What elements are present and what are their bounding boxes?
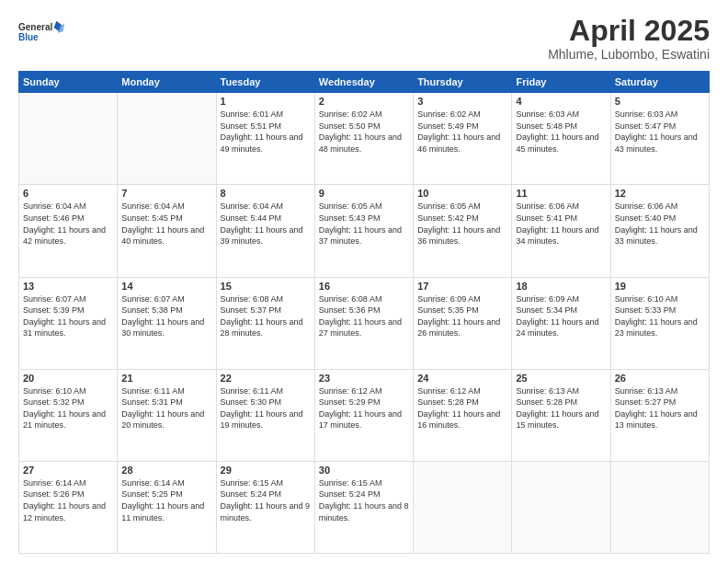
day-number: 9 [319,188,409,199]
calendar-cell: 10Sunrise: 6:05 AMSunset: 5:42 PMDayligh… [414,185,512,277]
weekday-header-wednesday: Wednesday [314,72,413,93]
day-number: 29 [221,465,311,476]
calendar-cell [512,461,610,553]
calendar-cell [610,461,709,553]
day-info: Sunrise: 6:06 AMSunset: 5:40 PMDaylight:… [615,201,705,247]
day-number: 1 [221,96,311,107]
day-info: Sunrise: 6:03 AMSunset: 5:48 PMDaylight:… [516,109,606,155]
calendar-cell: 27Sunrise: 6:14 AMSunset: 5:26 PMDayligh… [19,461,118,553]
day-number: 24 [417,373,507,384]
day-info: Sunrise: 6:02 AMSunset: 5:49 PMDaylight:… [417,109,507,155]
weekday-header-saturday: Saturday [610,72,709,93]
calendar-cell: 5Sunrise: 6:03 AMSunset: 5:47 PMDaylight… [610,93,709,185]
calendar-cell: 12Sunrise: 6:06 AMSunset: 5:40 PMDayligh… [610,185,709,277]
day-info: Sunrise: 6:15 AMSunset: 5:24 PMDaylight:… [319,477,409,523]
calendar-table: SundayMondayTuesdayWednesdayThursdayFrid… [18,71,710,554]
calendar-cell [414,461,512,553]
calendar-cell: 8Sunrise: 6:04 AMSunset: 5:44 PMDaylight… [216,185,314,277]
day-number: 5 [615,96,705,107]
calendar-cell: 18Sunrise: 6:09 AMSunset: 5:34 PMDayligh… [512,277,610,369]
calendar-cell: 13Sunrise: 6:07 AMSunset: 5:39 PMDayligh… [19,277,118,369]
day-number: 12 [615,188,705,199]
day-info: Sunrise: 6:04 AMSunset: 5:44 PMDaylight:… [221,201,311,247]
day-number: 25 [516,373,606,384]
day-number: 30 [319,465,409,476]
calendar-cell: 28Sunrise: 6:14 AMSunset: 5:25 PMDayligh… [118,461,216,553]
day-number: 17 [417,281,507,292]
day-info: Sunrise: 6:10 AMSunset: 5:33 PMDaylight:… [615,293,705,339]
day-info: Sunrise: 6:05 AMSunset: 5:43 PMDaylight:… [319,201,409,247]
day-info: Sunrise: 6:14 AMSunset: 5:25 PMDaylight:… [121,477,211,523]
weekday-header-tuesday: Tuesday [216,72,314,93]
weekday-header-thursday: Thursday [414,72,512,93]
calendar-cell: 15Sunrise: 6:08 AMSunset: 5:37 PMDayligh… [216,277,314,369]
calendar-cell: 9Sunrise: 6:05 AMSunset: 5:43 PMDaylight… [314,185,413,277]
calendar-cell: 1Sunrise: 6:01 AMSunset: 5:51 PMDaylight… [216,93,314,185]
day-number: 10 [417,188,507,199]
calendar-cell: 26Sunrise: 6:13 AMSunset: 5:27 PMDayligh… [610,369,709,461]
day-number: 22 [221,373,311,384]
day-info: Sunrise: 6:11 AMSunset: 5:30 PMDaylight:… [221,385,311,431]
calendar-cell: 7Sunrise: 6:04 AMSunset: 5:45 PMDaylight… [118,185,216,277]
day-number: 2 [319,96,409,107]
weekday-header-row: SundayMondayTuesdayWednesdayThursdayFrid… [19,72,710,93]
calendar-cell: 19Sunrise: 6:10 AMSunset: 5:33 PMDayligh… [610,277,709,369]
calendar-cell: 6Sunrise: 6:04 AMSunset: 5:46 PMDaylight… [19,185,118,277]
day-info: Sunrise: 6:12 AMSunset: 5:29 PMDaylight:… [319,385,409,431]
day-number: 4 [516,96,606,107]
calendar-cell: 24Sunrise: 6:12 AMSunset: 5:28 PMDayligh… [414,369,512,461]
calendar-cell: 20Sunrise: 6:10 AMSunset: 5:32 PMDayligh… [19,369,118,461]
day-number: 7 [121,188,211,199]
calendar-cell: 17Sunrise: 6:09 AMSunset: 5:35 PMDayligh… [414,277,512,369]
day-info: Sunrise: 6:09 AMSunset: 5:35 PMDaylight:… [417,293,507,339]
calendar-cell: 29Sunrise: 6:15 AMSunset: 5:24 PMDayligh… [216,461,314,553]
day-number: 16 [319,281,409,292]
day-info: Sunrise: 6:10 AMSunset: 5:32 PMDaylight:… [23,385,113,431]
day-info: Sunrise: 6:08 AMSunset: 5:37 PMDaylight:… [221,293,311,339]
day-number: 21 [121,373,211,384]
day-info: Sunrise: 6:04 AMSunset: 5:46 PMDaylight:… [23,201,113,247]
day-info: Sunrise: 6:09 AMSunset: 5:34 PMDaylight:… [516,293,606,339]
weekday-header-monday: Monday [118,72,216,93]
day-info: Sunrise: 6:15 AMSunset: 5:24 PMDaylight:… [221,477,311,523]
day-number: 28 [121,465,211,476]
day-number: 19 [615,281,705,292]
page: General Blue April 2025 Mhlume, Lubombo,… [0,0,728,563]
day-number: 13 [23,281,113,292]
weekday-header-sunday: Sunday [19,72,118,93]
day-info: Sunrise: 6:08 AMSunset: 5:36 PMDaylight:… [319,293,409,339]
title-block: April 2025 Mhlume, Lubombo, Eswatini [548,15,710,62]
calendar-cell: 21Sunrise: 6:11 AMSunset: 5:31 PMDayligh… [118,369,216,461]
week-row-1: 1Sunrise: 6:01 AMSunset: 5:51 PMDaylight… [19,93,710,185]
day-info: Sunrise: 6:07 AMSunset: 5:39 PMDaylight:… [23,293,113,339]
week-row-4: 20Sunrise: 6:10 AMSunset: 5:32 PMDayligh… [19,369,710,461]
weekday-header-friday: Friday [512,72,610,93]
calendar-cell: 23Sunrise: 6:12 AMSunset: 5:29 PMDayligh… [314,369,413,461]
month-title: April 2025 [548,15,710,47]
calendar-cell: 22Sunrise: 6:11 AMSunset: 5:30 PMDayligh… [216,369,314,461]
day-info: Sunrise: 6:13 AMSunset: 5:28 PMDaylight:… [516,385,606,431]
calendar-cell [118,93,216,185]
day-number: 14 [121,281,211,292]
svg-text:General: General [18,22,52,32]
calendar-cell: 30Sunrise: 6:15 AMSunset: 5:24 PMDayligh… [314,461,413,553]
svg-text:Blue: Blue [18,32,39,42]
day-info: Sunrise: 6:07 AMSunset: 5:38 PMDaylight:… [121,293,211,339]
day-info: Sunrise: 6:04 AMSunset: 5:45 PMDaylight:… [121,201,211,247]
calendar-cell: 11Sunrise: 6:06 AMSunset: 5:41 PMDayligh… [512,185,610,277]
day-number: 15 [221,281,311,292]
calendar-cell: 3Sunrise: 6:02 AMSunset: 5:49 PMDaylight… [414,93,512,185]
week-row-3: 13Sunrise: 6:07 AMSunset: 5:39 PMDayligh… [19,277,710,369]
day-number: 20 [23,373,113,384]
day-number: 8 [221,188,311,199]
day-info: Sunrise: 6:05 AMSunset: 5:42 PMDaylight:… [417,201,507,247]
day-info: Sunrise: 6:11 AMSunset: 5:31 PMDaylight:… [121,385,211,431]
day-number: 27 [23,465,113,476]
day-info: Sunrise: 6:12 AMSunset: 5:28 PMDaylight:… [417,385,507,431]
day-info: Sunrise: 6:06 AMSunset: 5:41 PMDaylight:… [516,201,606,247]
day-number: 26 [615,373,705,384]
calendar-body: 1Sunrise: 6:01 AMSunset: 5:51 PMDaylight… [19,93,710,554]
day-info: Sunrise: 6:03 AMSunset: 5:47 PMDaylight:… [615,109,705,155]
day-number: 3 [417,96,507,107]
day-number: 11 [516,188,606,199]
